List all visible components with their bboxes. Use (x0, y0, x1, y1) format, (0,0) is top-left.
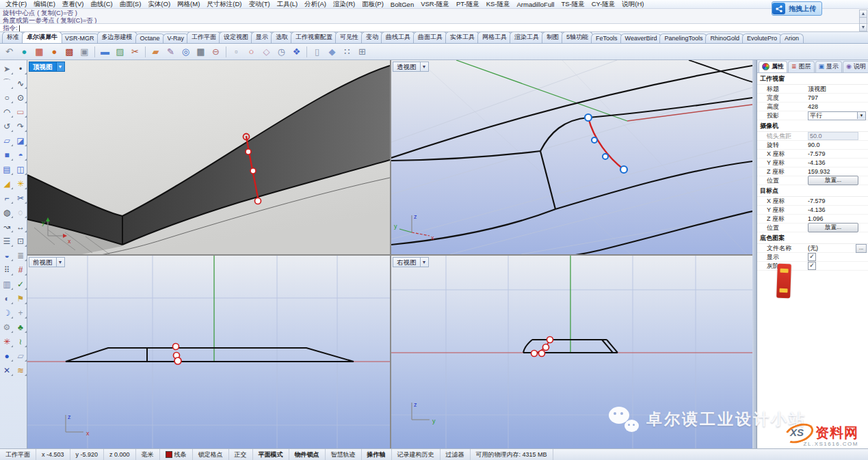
loft-icon[interactable]: ▤ (0, 162, 14, 176)
toolbar-tab[interactable]: VSR-MGR (60, 33, 99, 43)
menu-item[interactable]: 面板(P) (358, 0, 387, 9)
polyline-icon[interactable]: ⌒ (0, 76, 14, 90)
sheets-icon[interactable]: ▥ (0, 277, 14, 291)
orange-sphere-icon[interactable]: ● (48, 45, 61, 58)
box-icon[interactable]: ■ (0, 148, 14, 162)
mesh-grid-icon[interactable]: ▦ (194, 45, 207, 58)
menu-item[interactable]: 查看(V) (59, 0, 88, 9)
history-clock-icon[interactable]: ◷ (275, 45, 288, 58)
upload-button[interactable]: 拖拽上传 (772, 1, 822, 16)
rainbow-sheet-icon[interactable]: ▰ (149, 45, 162, 58)
property-value[interactable]: (无) (808, 244, 856, 253)
chevron-down-icon[interactable]: ▼ (857, 112, 865, 119)
browse-button[interactable]: ... (856, 244, 867, 253)
link-icon[interactable]: ▣ (78, 45, 91, 58)
menu-item[interactable]: 曲面(S) (116, 0, 145, 9)
place-button[interactable]: 放置... (808, 176, 858, 185)
array-icon[interactable]: ☰ (0, 234, 14, 248)
boolean-union-icon[interactable]: ◍ (0, 205, 14, 219)
panel-tab-display[interactable]: ▣显示 (815, 61, 843, 72)
target-circle-icon[interactable]: ◎ (179, 45, 192, 58)
menu-item[interactable]: 曲线(C) (87, 0, 116, 9)
point-icon[interactable]: • (14, 62, 27, 76)
menu-item[interactable]: 文件(F) (2, 0, 30, 9)
toolbar-tab[interactable]: 工作视窗配置 (291, 32, 337, 43)
property-value[interactable]: -4.136 (808, 206, 868, 213)
checker-box-icon[interactable]: ▩ (63, 45, 76, 58)
menu-item[interactable]: VSR-随意 (417, 0, 453, 9)
projection-dropdown[interactable]: 平行▼ (808, 111, 866, 120)
viewport-right[interactable]: z y 右视图 ▼ (391, 256, 752, 448)
panel-tab-help[interactable]: ◉说明 (843, 61, 868, 72)
chevron-down-icon[interactable]: ▼ (421, 62, 429, 72)
points-cloud-icon[interactable]: ❖ (290, 45, 303, 58)
extend-icon[interactable]: ⌐ (0, 191, 14, 205)
ellipse-tool-icon[interactable]: ⊖ (209, 45, 222, 58)
property-value[interactable]: 1.096 (808, 215, 868, 222)
toolbar-tab[interactable]: 选取 (271, 32, 293, 43)
command-scrollbar[interactable] (859, 10, 867, 31)
rectangle-icon[interactable]: ▭ (14, 105, 27, 119)
menu-item[interactable]: CY-随意 (588, 0, 619, 9)
menu-item[interactable]: 编辑(E) (30, 0, 59, 9)
image-frame-icon[interactable]: ▨ (114, 45, 127, 58)
gear-tool-icon[interactable]: ⚙ (0, 320, 14, 334)
offset-icon[interactable]: ↺ (0, 119, 14, 133)
toolbar-tab[interactable]: 5轴功能 (562, 32, 593, 43)
blend-curve-icon[interactable]: ↷ (14, 119, 27, 133)
toolbar-tab[interactable]: 可见性 (335, 32, 363, 43)
blue-ball-icon[interactable]: ● (0, 349, 14, 363)
grid-dots-icon[interactable]: ⠿ (0, 262, 14, 277)
save-disk-icon[interactable]: ◒ (0, 248, 14, 262)
viewport-title-perspective[interactable]: 透视图 ▼ (393, 62, 429, 72)
property-value[interactable]: 90.0 (808, 141, 868, 148)
cage-edit-icon[interactable]: ◫ (14, 162, 27, 176)
toolbar-tab[interactable]: 实体工具 (445, 32, 479, 43)
status-segment[interactable]: 操作轴 (362, 449, 392, 460)
toolbar-tab[interactable]: FeTools (591, 33, 622, 43)
viewport-front[interactable]: z x 前视图 ▼ (27, 256, 390, 448)
property-value[interactable]: 797 (808, 94, 868, 101)
burst-red-icon[interactable]: ✳ (0, 334, 14, 349)
cross-delete-icon[interactable]: ✕ (0, 363, 14, 377)
menu-item[interactable]: 工具(L) (274, 0, 302, 9)
control-curve-icon[interactable]: ∿ (14, 76, 27, 90)
shaded-view-icon[interactable]: ◐ (0, 291, 14, 306)
toolbar-tab[interactable]: 卓尔谟犀牛 (22, 32, 62, 43)
flag-icon[interactable]: ⚑ (14, 291, 27, 306)
panel-tab-properties[interactable]: 属性 (759, 61, 787, 72)
pan-view-icon[interactable]: ▬ (98, 45, 111, 58)
viewport-title-right[interactable]: 右视图 ▼ (393, 257, 429, 267)
menu-item[interactable]: 变动(T) (246, 0, 274, 9)
red-box-icon[interactable]: ▦ (33, 45, 46, 58)
pencil-note-icon[interactable]: ✎ (164, 45, 177, 58)
sphere-icon[interactable]: ◓ (14, 148, 27, 162)
status-segment[interactable]: 平面模式 (253, 449, 289, 460)
gem-icon[interactable]: ◆ (326, 45, 339, 58)
chevron-down-icon[interactable]: ▼ (57, 257, 65, 267)
menu-item[interactable]: TS-随意 (557, 0, 588, 9)
toolbar-tab[interactable]: 设定视图 (219, 32, 253, 43)
viewport-title-front[interactable]: 前视图 ▼ (29, 257, 65, 267)
toolbar-tab[interactable]: 渲染工具 (510, 32, 544, 43)
circle-icon[interactable]: ○ (0, 90, 14, 105)
toolbar-tab[interactable]: 网格工具 (477, 32, 512, 43)
panel-tab-layers[interactable]: ≣图层 (788, 61, 815, 72)
plane-tool-icon[interactable]: ◇ (260, 45, 273, 58)
capsule-icon[interactable]: ▯ (311, 45, 324, 58)
toolbar-tab[interactable]: 标准 (2, 32, 24, 43)
surface-points-icon[interactable]: ▱ (0, 133, 14, 148)
status-segment[interactable]: 正交 (229, 449, 253, 460)
property-value[interactable]: -4.136 (808, 159, 868, 166)
scroll-up-icon[interactable] (860, 10, 867, 18)
status-segment[interactable]: 记录建构历史 (392, 449, 440, 460)
status-segment[interactable]: 锁定格点 (193, 449, 229, 460)
sweep-surface-icon[interactable]: ◪ (14, 133, 27, 148)
layer-color-swatch[interactable] (166, 451, 172, 458)
dimension-icon[interactable]: ↔ (14, 219, 27, 234)
spine-icon[interactable]: ≀ (14, 334, 27, 349)
viewport-top[interactable]: y x 顶视图 ▼ (27, 60, 390, 254)
place-button[interactable]: 放置... (808, 223, 858, 232)
scissors-icon[interactable]: ✂ (129, 45, 142, 58)
status-segment[interactable]: 可用的物理内存: 4315 MB (471, 449, 553, 460)
